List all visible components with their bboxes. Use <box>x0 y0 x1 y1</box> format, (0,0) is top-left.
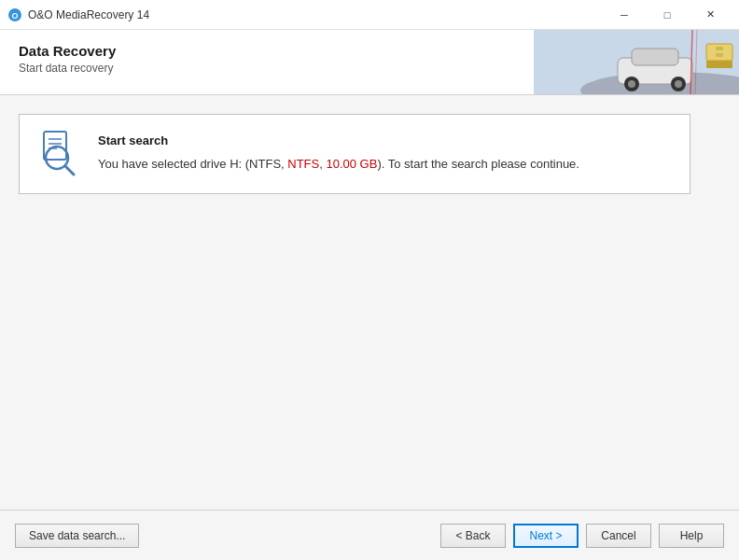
header-text: Data Recovery Start data recovery <box>0 30 534 94</box>
search-icon <box>36 130 81 178</box>
footer: Save data search... < Back Next > Cancel… <box>0 510 739 560</box>
info-description: You have selected drive H: (NTFS, NTFS, … <box>98 155 675 174</box>
minimize-button[interactable]: ─ <box>603 0 646 30</box>
size-text: 10.00 GB <box>326 157 377 171</box>
window-controls: ─ □ ✕ <box>603 0 732 30</box>
next-button[interactable]: Next > <box>513 524 579 548</box>
svg-rect-13 <box>716 53 723 57</box>
info-box: Start search You have selected drive H: … <box>19 114 690 194</box>
svg-rect-10 <box>706 44 732 61</box>
save-data-search-button[interactable]: Save data search... <box>15 524 139 548</box>
back-button[interactable]: < Back <box>440 524 506 548</box>
info-text-area: Start search You have selected drive H: … <box>98 130 675 174</box>
cancel-button[interactable]: Cancel <box>586 524 651 548</box>
title-bar: O O&O MediaRecovery 14 ─ □ ✕ <box>0 0 739 30</box>
main-content: Start search You have selected drive H: … <box>0 95 739 510</box>
svg-point-7 <box>628 80 635 88</box>
maximize-button[interactable]: □ <box>646 0 689 30</box>
svg-rect-11 <box>706 61 732 68</box>
window-title: O&O MediaRecovery 14 <box>28 8 603 21</box>
header-area: Data Recovery Start data recovery <box>0 30 739 95</box>
page-subtitle: Start data recovery <box>19 62 515 75</box>
close-button[interactable]: ✕ <box>689 0 732 30</box>
description-pre: You have selected drive H: (NTFS, <box>98 157 287 171</box>
svg-text:O: O <box>11 11 18 21</box>
info-section-title: Start search <box>98 133 675 147</box>
page-title: Data Recovery <box>19 43 515 59</box>
ntfs-text: NTFS <box>287 157 319 171</box>
search-icon-container <box>35 130 83 178</box>
svg-line-21 <box>65 166 74 175</box>
header-decorative-image <box>534 30 739 94</box>
footer-right: < Back Next > Cancel Help <box>440 524 724 548</box>
svg-point-9 <box>675 80 682 88</box>
footer-left: Save data search... <box>15 524 433 548</box>
svg-rect-12 <box>716 47 723 50</box>
svg-rect-5 <box>632 49 678 65</box>
app-icon: O <box>7 7 22 22</box>
description-post: ). To start the search please continue. <box>377 157 579 171</box>
help-button[interactable]: Help <box>659 524 724 548</box>
